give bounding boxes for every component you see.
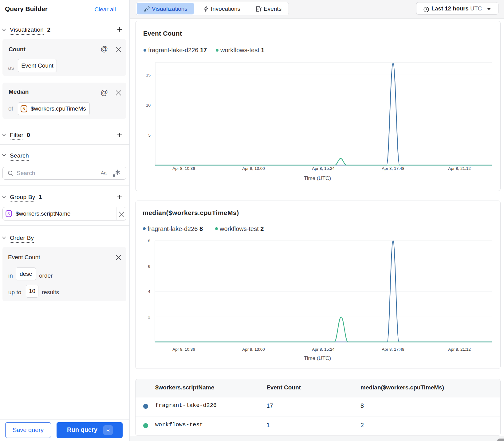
svg-text:Apr 8, 21:12: Apr 8, 21:12 <box>448 347 471 352</box>
svg-text:N: N <box>22 107 25 111</box>
svg-text:Time (UTC): Time (UTC) <box>304 355 331 361</box>
svg-text:Apr 8, 10:36: Apr 8, 10:36 <box>172 347 195 352</box>
svg-text:Apr 8, 21:12: Apr 8, 21:12 <box>448 166 471 171</box>
svg-text:2: 2 <box>148 315 150 319</box>
svg-text:Apr 8, 17:48: Apr 8, 17:48 <box>382 166 404 171</box>
svg-text:S: S <box>7 212 10 216</box>
svg-text:Apr 8, 17:48: Apr 8, 17:48 <box>382 347 404 352</box>
svg-text:6: 6 <box>148 264 150 269</box>
svg-text:Time (UTC): Time (UTC) <box>304 175 331 181</box>
svg-text:Apr 8, 13:00: Apr 8, 13:00 <box>242 347 265 352</box>
svg-text:4: 4 <box>148 289 150 294</box>
svg-text:Apr 8, 13:00: Apr 8, 13:00 <box>242 166 265 171</box>
svg-text:10: 10 <box>146 103 151 107</box>
svg-text:Apr 8, 15:24: Apr 8, 15:24 <box>312 347 335 352</box>
svg-text:Apr 8, 15:24: Apr 8, 15:24 <box>312 166 335 171</box>
svg-text:Apr 8, 10:36: Apr 8, 10:36 <box>172 166 195 171</box>
svg-text:15: 15 <box>146 73 151 77</box>
svg-text:5: 5 <box>148 133 151 138</box>
svg-text:8: 8 <box>148 239 150 243</box>
